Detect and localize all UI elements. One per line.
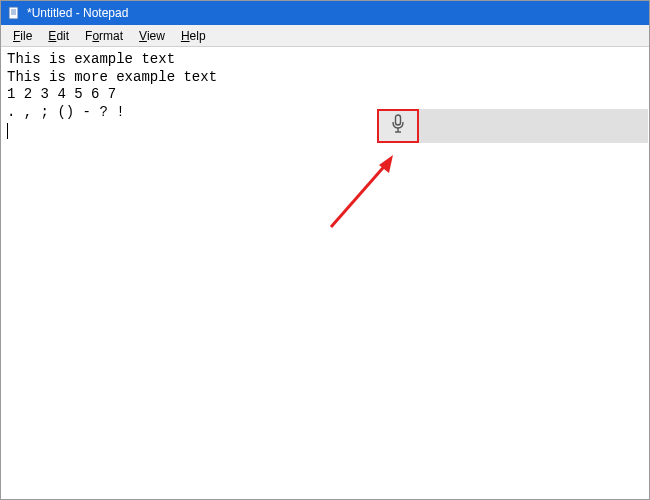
menu-help[interactable]: Help bbox=[173, 27, 214, 45]
menu-bar: File Edit Format View Help bbox=[1, 25, 649, 47]
notepad-window: *Untitled - Notepad File Edit Format Vie… bbox=[0, 0, 650, 500]
svg-rect-0 bbox=[9, 7, 18, 19]
content-area: This is example text This is more exampl… bbox=[1, 47, 649, 499]
title-bar[interactable]: *Untitled - Notepad bbox=[1, 1, 649, 25]
notepad-app-icon bbox=[7, 6, 21, 20]
window-title: *Untitled - Notepad bbox=[27, 6, 128, 20]
dictation-toolbar[interactable] bbox=[377, 109, 648, 143]
menu-edit[interactable]: Edit bbox=[40, 27, 77, 45]
text-cursor bbox=[7, 123, 8, 139]
menu-view[interactable]: View bbox=[131, 27, 173, 45]
microphone-icon bbox=[390, 114, 406, 138]
svg-rect-4 bbox=[396, 115, 401, 125]
microphone-button[interactable] bbox=[377, 109, 419, 143]
menu-format[interactable]: Format bbox=[77, 27, 131, 45]
menu-file[interactable]: File bbox=[5, 27, 40, 45]
